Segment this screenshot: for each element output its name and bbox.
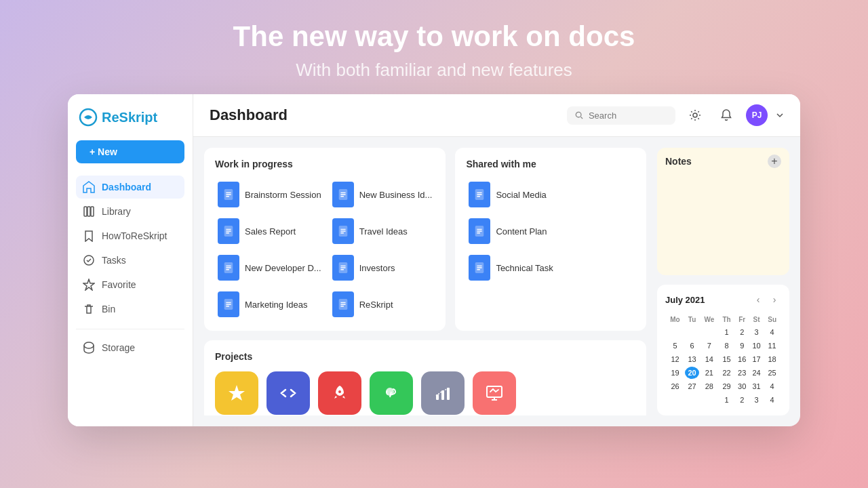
avatar[interactable]: PJ xyxy=(746,104,768,126)
calendar-day[interactable]: 9 xyxy=(736,340,749,352)
calendar-day[interactable]: 18 xyxy=(764,353,780,365)
project-green-initiative[interactable]: Green Initiative xyxy=(370,371,413,415)
sidebar-label-dashboard: Dashboard xyxy=(102,182,151,192)
doc-icon xyxy=(469,255,490,281)
calendar-day[interactable]: 2 xyxy=(736,326,749,338)
sidebar-label-bin: Bin xyxy=(102,304,115,314)
calendar-day[interactable]: 5 xyxy=(667,340,684,352)
calendar-day[interactable]: 25 xyxy=(764,367,780,379)
calendar-day[interactable]: 16 xyxy=(736,353,749,365)
search-bar[interactable] xyxy=(567,106,675,125)
body-area: Work in progress Brainstorm Session xyxy=(193,137,800,426)
calendar-day[interactable]: 8 xyxy=(719,340,734,352)
calendar-day[interactable]: 11 xyxy=(764,340,780,352)
sidebar-item-storage[interactable]: Storage xyxy=(76,336,184,359)
doc-item-investors[interactable]: Investors xyxy=(330,252,435,283)
new-button[interactable]: + New xyxy=(76,140,184,163)
project-sales[interactable]: Sales xyxy=(421,371,465,415)
calendar-day[interactable] xyxy=(701,326,718,338)
doc-icon xyxy=(469,182,490,207)
sidebar-item-howtoreskript[interactable]: HowToReSkript xyxy=(76,224,184,247)
doc-name: Marketing Ideas xyxy=(245,300,308,310)
shared-with-me-title: Shared with me xyxy=(466,159,635,169)
cal-weekday-su: Su xyxy=(764,314,780,325)
star-icon xyxy=(83,279,95,291)
doc-icon xyxy=(218,218,239,244)
calendar-day[interactable] xyxy=(667,394,684,406)
sidebar-item-bin[interactable]: Bin xyxy=(76,298,184,321)
calendar-day[interactable]: 4 xyxy=(764,394,780,406)
calendar-day[interactable]: 31 xyxy=(750,380,763,392)
calendar-day[interactable]: 12 xyxy=(667,353,684,365)
calendar-day[interactable]: 4 xyxy=(764,380,780,392)
settings-button[interactable] xyxy=(684,104,707,127)
calendar-day[interactable] xyxy=(701,394,718,406)
hero-subtitle: With both familiar and new features xyxy=(0,60,868,81)
notes-add-button[interactable]: + xyxy=(768,155,781,168)
calendar-day[interactable]: 13 xyxy=(685,353,699,365)
cal-weekday-st: St xyxy=(750,314,763,325)
calendar-day[interactable] xyxy=(685,326,699,338)
doc-item-new-business[interactable]: New Business Id... xyxy=(330,179,435,210)
project-marketing[interactable]: Marketing xyxy=(473,371,516,415)
calendar-day[interactable]: 23 xyxy=(736,367,749,379)
calendar-day[interactable]: 24 xyxy=(750,367,763,379)
sidebar-item-library[interactable]: Library xyxy=(76,200,184,223)
topbar: Dashboard xyxy=(193,94,800,137)
doc-item-brainstorm-session[interactable]: Brainstorm Session xyxy=(215,179,324,210)
doc-icon xyxy=(332,182,354,207)
doc-item-technical-task[interactable]: Technical Task xyxy=(466,252,635,283)
doc-item-marketing-ideas[interactable]: Marketing Ideas xyxy=(215,289,324,320)
calendar-day[interactable] xyxy=(685,394,699,406)
calendar-day[interactable]: 3 xyxy=(750,394,763,406)
calendar-day[interactable]: 28 xyxy=(701,380,718,392)
project-general[interactable]: General xyxy=(318,371,361,415)
calendar-day[interactable]: 26 xyxy=(667,380,684,392)
file-icon xyxy=(473,188,486,201)
calendar-prev-button[interactable]: ‹ xyxy=(751,293,765,306)
calendar-next-button[interactable]: › xyxy=(768,293,781,306)
calendar-day[interactable]: 1 xyxy=(719,326,734,338)
project-brainstorm[interactable]: Brainstorm xyxy=(215,371,258,415)
doc-item-social-media[interactable]: Social Media xyxy=(466,179,635,210)
header-actions: PJ xyxy=(567,104,784,127)
doc-name: ReSkript xyxy=(359,300,393,310)
notifications-button[interactable] xyxy=(715,104,738,127)
doc-item-new-developer[interactable]: New Developer D... xyxy=(215,252,324,283)
calendar-day[interactable]: 21 xyxy=(701,367,718,379)
calendar-day[interactable]: 30 xyxy=(736,380,749,392)
calendar-day[interactable]: 27 xyxy=(685,380,699,392)
doc-icon xyxy=(332,218,354,244)
project-devteam[interactable]: Dev Team xyxy=(267,371,310,415)
svg-rect-2 xyxy=(87,207,90,216)
calendar-day[interactable]: 3 xyxy=(750,326,763,338)
calendar-day[interactable]: 15 xyxy=(719,353,734,365)
calendar-day[interactable]: 17 xyxy=(750,353,763,365)
doc-item-travel-ideas[interactable]: Travel Ideas xyxy=(330,216,435,247)
file-icon xyxy=(473,262,486,274)
right-panel: Notes + July 2021 ‹ › xyxy=(657,148,789,415)
nav-divider xyxy=(76,329,184,329)
calendar-nav: ‹ › xyxy=(751,293,781,306)
calendar-day[interactable]: 20 xyxy=(685,367,699,379)
sidebar-item-dashboard[interactable]: Dashboard xyxy=(76,176,184,199)
calendar-day[interactable]: 1 xyxy=(719,394,734,406)
doc-item-sales-report[interactable]: Sales Report xyxy=(215,216,324,247)
search-input[interactable] xyxy=(589,110,667,121)
calendar-day[interactable]: 6 xyxy=(685,340,699,352)
doc-item-reskript[interactable]: ReSkript xyxy=(330,289,435,320)
calendar-day[interactable]: 14 xyxy=(701,353,718,365)
sidebar-item-favorite[interactable]: Favorite xyxy=(76,273,184,296)
sidebar-item-tasks[interactable]: Tasks xyxy=(76,249,184,272)
calendar-day[interactable]: 22 xyxy=(719,367,734,379)
calendar-day[interactable]: 29 xyxy=(719,380,734,392)
doc-name: Social Media xyxy=(496,190,546,200)
calendar-day[interactable] xyxy=(667,326,684,338)
calendar-day[interactable]: 7 xyxy=(701,340,718,352)
project-icon-sales xyxy=(421,371,465,415)
calendar-day[interactable]: 2 xyxy=(736,394,749,406)
calendar-day[interactable]: 10 xyxy=(750,340,763,352)
calendar-day[interactable]: 19 xyxy=(667,367,684,379)
calendar-day[interactable]: 4 xyxy=(764,326,780,338)
doc-item-content-plan[interactable]: Content Plan xyxy=(466,216,635,247)
